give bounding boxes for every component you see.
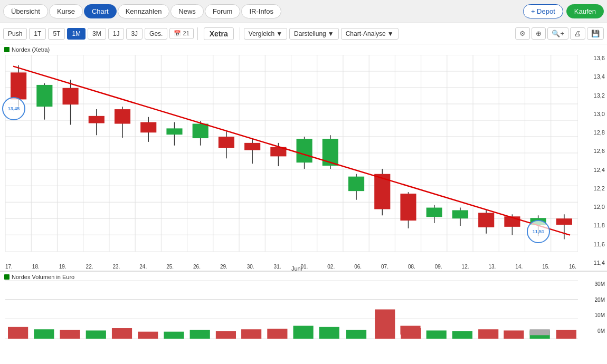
price-label-132: 13,2 xyxy=(582,92,605,99)
volume-area: Nordex Volumen in Euro 30M 20M 10M 0M xyxy=(0,271,607,340)
svg-rect-37 xyxy=(11,72,26,99)
date-09: 09. xyxy=(435,264,442,270)
vol-dot xyxy=(4,274,10,280)
svg-rect-71 xyxy=(452,210,468,218)
svg-rect-92 xyxy=(375,310,395,339)
settings-icon-btn[interactable]: ⚙ xyxy=(515,27,530,40)
zoom-in-btn[interactable]: 🔍+ xyxy=(547,27,568,40)
calendar-button[interactable]: 📅 21 xyxy=(169,28,193,39)
period-5t[interactable]: 5T xyxy=(48,28,65,40)
date-26: 26. xyxy=(193,264,201,270)
buy-button[interactable]: Kaufen xyxy=(566,4,604,18)
date-15: 15. xyxy=(542,264,549,270)
depot-button[interactable]: + Depot xyxy=(523,4,563,18)
svg-rect-79 xyxy=(556,218,572,225)
svg-rect-87 xyxy=(112,328,132,339)
separator xyxy=(197,27,198,40)
date-12: 12. xyxy=(462,264,469,270)
svg-rect-63 xyxy=(348,177,364,191)
chart-area: Nordex (Xetra) 13,6 13,4 13,2 13,0 12,8 … xyxy=(0,44,607,271)
price-label-120: 12,0 xyxy=(582,204,605,210)
price-label-128: 12,8 xyxy=(582,129,605,136)
tab-kennzahlen[interactable]: Kennzahlen xyxy=(118,4,170,18)
svg-rect-90 xyxy=(241,329,261,339)
period-1j[interactable]: 1J xyxy=(108,28,125,40)
price-label-126: 12,6 xyxy=(582,148,605,154)
chevron-down-icon: ▼ xyxy=(276,30,282,37)
svg-rect-61 xyxy=(323,139,338,166)
top-nav: Übersicht Kurse Chart Kennzahlen News Fo… xyxy=(0,0,607,23)
chart-analyse-dropdown[interactable]: Chart-Analyse ▼ xyxy=(341,28,399,40)
svg-rect-85 xyxy=(8,327,28,339)
indicators-icon-btn[interactable]: ⊕ xyxy=(532,27,546,40)
svg-rect-103 xyxy=(346,330,366,339)
chart-dot xyxy=(4,47,10,52)
period-3m[interactable]: 3M xyxy=(88,28,106,40)
svg-rect-53 xyxy=(219,137,234,148)
period-1m[interactable]: 1M xyxy=(67,28,86,40)
svg-rect-104 xyxy=(400,326,420,335)
svg-rect-106 xyxy=(452,331,472,339)
date-30: 30. xyxy=(247,264,254,270)
svg-rect-55 xyxy=(244,143,260,150)
date-22: 22. xyxy=(86,264,93,270)
exchange-selector[interactable]: Xetra xyxy=(204,27,234,40)
svg-rect-101 xyxy=(293,326,314,339)
print-btn[interactable]: 🖨 xyxy=(570,27,585,40)
start-price-annotation: 13,45 xyxy=(2,97,25,120)
period-3j[interactable]: 3J xyxy=(126,28,143,40)
date-23: 23. xyxy=(112,264,120,270)
date-14: 14. xyxy=(515,264,523,270)
price-label-130: 13,0 xyxy=(582,111,605,117)
svg-rect-105 xyxy=(426,330,447,339)
period-1t[interactable]: 1T xyxy=(29,28,46,40)
svg-rect-39 xyxy=(36,85,52,107)
date-13: 13. xyxy=(488,264,496,270)
tab-ubersicht[interactable]: Übersicht xyxy=(3,4,48,18)
svg-rect-41 xyxy=(63,88,79,104)
chart-toolbar: Push 1T 5T 1M 3M 1J 3J Ges. 📅 21 Xetra V… xyxy=(0,23,607,44)
vergleich-dropdown[interactable]: Vergleich ▼ xyxy=(244,28,287,40)
chevron-down-icon3: ▼ xyxy=(387,30,394,37)
chevron-down-icon2: ▼ xyxy=(328,30,334,37)
period-ges[interactable]: Ges. xyxy=(145,28,167,40)
date-02: 02. xyxy=(327,264,335,270)
vol-30m: 30M xyxy=(582,281,605,287)
darstellung-dropdown[interactable]: Darstellung ▼ xyxy=(289,28,339,40)
svg-rect-95 xyxy=(504,330,524,339)
price-label-122: 12,2 xyxy=(582,185,605,191)
svg-line-80 xyxy=(13,66,570,235)
date-18: 18. xyxy=(32,264,40,270)
price-label-116: 11,6 xyxy=(582,241,605,247)
svg-rect-67 xyxy=(400,194,416,221)
tab-ir-infos[interactable]: IR-Infos xyxy=(241,4,281,18)
svg-rect-98 xyxy=(86,330,106,339)
date-08: 08. xyxy=(408,264,415,270)
price-label-124: 12,4 xyxy=(582,167,605,173)
price-label-134: 13,4 xyxy=(582,73,605,80)
svg-rect-91 xyxy=(267,329,287,339)
price-label-118: 11,8 xyxy=(582,222,605,228)
svg-rect-69 xyxy=(426,208,442,217)
date-17: 17. xyxy=(5,264,13,270)
save-btn[interactable]: 💾 xyxy=(587,27,604,40)
tab-chart[interactable]: Chart xyxy=(84,4,117,18)
tab-news[interactable]: News xyxy=(170,4,204,18)
svg-rect-99 xyxy=(164,332,184,339)
push-button[interactable]: Push xyxy=(3,28,27,40)
date-24: 24. xyxy=(139,264,147,270)
svg-rect-51 xyxy=(193,124,208,138)
volume-axis: 30M 20M 10M 0M xyxy=(580,281,607,334)
svg-rect-94 xyxy=(478,329,498,339)
date-25: 25. xyxy=(166,264,174,270)
svg-rect-49 xyxy=(166,128,182,135)
svg-rect-86 xyxy=(60,330,80,339)
end-price-annotation: 11,51 xyxy=(527,220,550,243)
svg-rect-73 xyxy=(478,213,494,227)
date-axis: 17. 18. 19. 22. 23. 24. 25. 26. 29. 30. … xyxy=(5,264,576,270)
tab-forum[interactable]: Forum xyxy=(205,4,241,18)
price-label-136: 13,6 xyxy=(582,55,605,61)
svg-rect-47 xyxy=(140,122,156,133)
tab-kurse[interactable]: Kurse xyxy=(49,4,83,18)
svg-rect-45 xyxy=(115,109,130,123)
